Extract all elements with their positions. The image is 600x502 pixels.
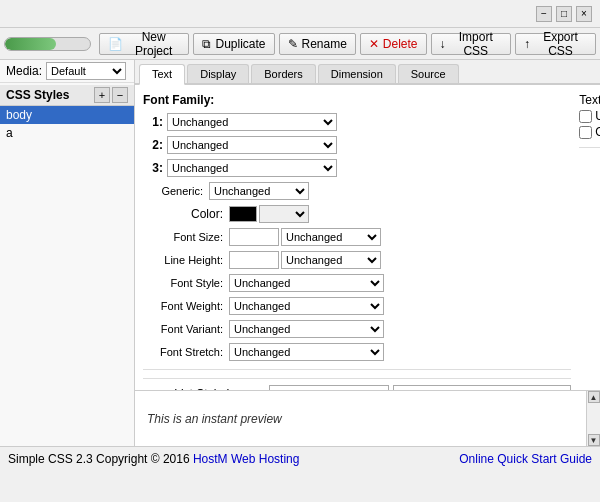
list-section: List Style Image: Unchanged List Style T… (143, 378, 571, 390)
white-space-row: White Space: Unchanged (579, 202, 600, 220)
font-variant-select[interactable]: Unchanged (229, 320, 384, 338)
font-stretch-select[interactable]: Unchanged (229, 343, 384, 361)
font-stretch-row: Font Stretch: Unchanged (143, 343, 571, 361)
color-select[interactable] (259, 205, 309, 223)
sidebar-item-body[interactable]: body (0, 106, 134, 124)
new-project-icon: 📄 (108, 37, 123, 51)
overline-checkbox-label: Overline (579, 125, 600, 139)
text-panel: Font Family: 1: Unchanged 2: Unchanged 3… (135, 85, 600, 390)
add-style-button[interactable]: + (94, 87, 110, 103)
panel-left: Font Family: 1: Unchanged 2: Unchanged 3… (143, 93, 571, 382)
main-layout: Media: Default CSS Styles + − body a Tex… (0, 60, 600, 446)
color-swatch[interactable] (229, 206, 257, 222)
sidebar: Media: Default CSS Styles + − body a (0, 60, 135, 446)
font-variant-row: Font Variant: Unchanged (143, 320, 571, 338)
color-row: Color: (143, 205, 571, 223)
font-stretch-label: Font Stretch: (143, 346, 223, 358)
underline-checkbox[interactable] (579, 110, 592, 123)
overline-label: Overline (595, 125, 600, 139)
export-icon: ↑ (524, 37, 530, 51)
footer: Simple CSS 2.3 Copyright © 2016 HostM We… (0, 446, 600, 470)
text-decoration-title-row: Text Decoration: None (579, 93, 600, 107)
font-weight-select[interactable]: Unchanged (229, 297, 384, 315)
line-height-input[interactable] (229, 251, 279, 269)
text-indent-label: Text Indent: (579, 274, 600, 286)
rename-button[interactable]: ✎ Rename (279, 33, 356, 55)
font-weight-label: Font Weight: (143, 300, 223, 312)
tabs: Text Display Borders Dimension Source (135, 60, 600, 85)
generic-select[interactable]: Unchanged (209, 182, 309, 200)
right-divider (579, 147, 600, 148)
font1-select[interactable]: Unchanged (167, 113, 337, 131)
duplicate-icon: ⧉ (202, 37, 211, 51)
tab-text[interactable]: Text (139, 64, 185, 85)
generic-label: Generic: (143, 185, 203, 197)
font-size-input[interactable] (229, 228, 279, 246)
font1-label: 1: (143, 115, 163, 129)
text-decoration-section: Text Decoration: None Underline (579, 93, 600, 139)
media-select[interactable]: Default (46, 62, 126, 80)
text-indent-row: Text Indent: Unchanged (579, 271, 600, 289)
close-button[interactable]: × (576, 6, 592, 22)
rename-icon: ✎ (288, 37, 298, 51)
letter-spacing-label: Letter Spacing: (579, 297, 600, 309)
media-row: Media: Default (0, 60, 134, 83)
scroll-up-button[interactable]: ▲ (588, 391, 600, 403)
import-css-button[interactable]: ↓ Import CSS (431, 33, 511, 55)
maximize-button[interactable]: □ (556, 6, 572, 22)
minimize-button[interactable]: − (536, 6, 552, 22)
font-weight-row: Font Weight: Unchanged (143, 297, 571, 315)
divider (143, 369, 571, 370)
media-label: Media: (6, 64, 42, 78)
text-align-label: Text Align: (579, 159, 600, 171)
font2-label: 2: (143, 138, 163, 152)
line-height-label: Line Height: (143, 254, 223, 266)
white-space-label: White Space: (579, 205, 600, 217)
delete-icon: ✕ (369, 37, 379, 51)
tab-display[interactable]: Display (187, 64, 249, 83)
remove-style-button[interactable]: − (112, 87, 128, 103)
preview-scrollbar: ▲ ▼ (586, 391, 600, 446)
font3-label: 3: (143, 161, 163, 175)
font-family-title: Font Family: (143, 93, 571, 107)
scroll-down-button[interactable]: ▼ (588, 434, 600, 446)
quick-start-link[interactable]: Online Quick Start Guide (459, 452, 592, 466)
preview-section: This is an instant preview ▲ ▼ (135, 390, 600, 446)
progress-fill (5, 38, 56, 50)
tab-source[interactable]: Source (398, 64, 459, 83)
underline-label: Underline (595, 109, 600, 123)
direction-row: Direction: Unchanged (579, 225, 600, 243)
delete-button[interactable]: ✕ Delete (360, 33, 427, 55)
font-size-label: Font Size: (143, 231, 223, 243)
font2-select[interactable]: Unchanged (167, 136, 337, 154)
css-styles-buttons: + − (94, 87, 128, 103)
letter-spacing-row: Letter Spacing: Unchanged (579, 294, 600, 312)
word-spacing-label: Word Spacing: (579, 320, 600, 332)
tab-dimension[interactable]: Dimension (318, 64, 396, 83)
sidebar-items: body a (0, 106, 134, 446)
generic-row: Generic: Unchanged (143, 182, 571, 200)
font-style-row: Font Style: Unchanged (143, 274, 571, 292)
import-icon: ↓ (440, 37, 446, 51)
tab-borders[interactable]: Borders (251, 64, 316, 83)
footer-copyright: Simple CSS 2.3 Copyright © 2016 HostM We… (8, 452, 299, 466)
unicode-bidi-row: Unicode-bidi: Unchanged (579, 248, 600, 266)
new-project-button[interactable]: 📄 New Project (99, 33, 190, 55)
sidebar-item-a[interactable]: a (0, 124, 134, 142)
css-styles-label: CSS Styles (6, 88, 69, 102)
preview-text: This is an instant preview (147, 412, 282, 426)
text-decoration-label: Text Decoration: (579, 93, 600, 107)
font3-select[interactable]: Unchanged (167, 159, 337, 177)
line-height-row: Line Height: Unchanged (143, 251, 571, 269)
export-css-button[interactable]: ↑ Export CSS (515, 33, 596, 55)
unicode-bidi-label: Unicode-bidi: (579, 251, 600, 263)
font-style-select[interactable]: Unchanged (229, 274, 384, 292)
footer-link[interactable]: HostM Web Hosting (193, 452, 299, 466)
css-styles-header: CSS Styles + − (0, 85, 134, 106)
line-height-select[interactable]: Unchanged (281, 251, 381, 269)
direction-label: Direction: (579, 228, 600, 240)
font-size-select[interactable]: Unchanged (281, 228, 381, 246)
overline-checkbox[interactable] (579, 126, 592, 139)
duplicate-button[interactable]: ⧉ Duplicate (193, 33, 274, 55)
color-label: Color: (143, 207, 223, 221)
